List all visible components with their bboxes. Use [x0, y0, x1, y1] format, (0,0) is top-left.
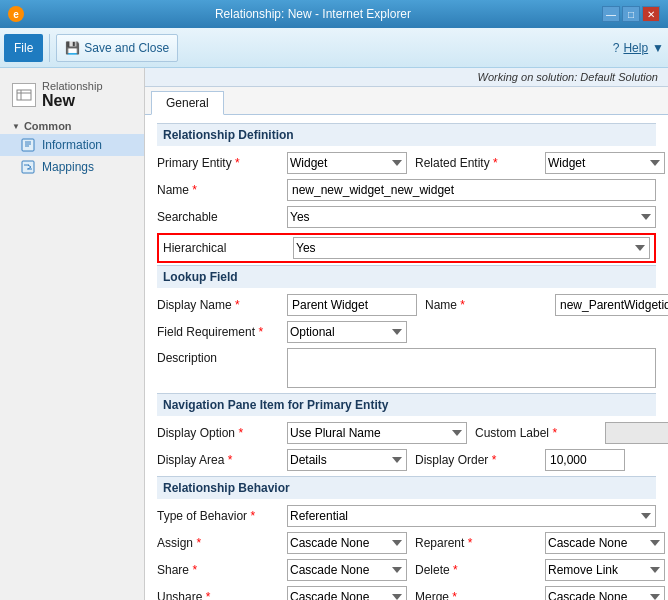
- save-close-label: Save and Close: [84, 41, 169, 55]
- assign-col: Assign * Cascade None: [157, 532, 407, 554]
- name-label: Name *: [157, 183, 287, 197]
- main-container: Relationship New ▼ Common Information: [0, 68, 668, 600]
- share-label: Share *: [157, 563, 287, 577]
- section-lookup-field: Lookup Field: [157, 265, 656, 288]
- solution-text: Working on solution: Default Solution: [478, 71, 658, 83]
- custom-label-input[interactable]: [605, 422, 668, 444]
- assign-select[interactable]: Cascade None: [287, 532, 407, 554]
- description-control: [287, 348, 656, 388]
- display-order-input[interactable]: [545, 449, 625, 471]
- unshare-label: Unshare *: [157, 590, 287, 600]
- display-option-control: Use Plural Name: [287, 422, 467, 444]
- file-button[interactable]: File: [4, 34, 43, 62]
- mappings-icon: [20, 159, 36, 175]
- svg-rect-3: [22, 139, 34, 151]
- name-row: Name *: [157, 179, 656, 201]
- entity-row: Primary Entity * Widget Related Entity *: [157, 152, 656, 174]
- searchable-label: Searchable: [157, 210, 287, 224]
- display-order-label: Display Order *: [415, 453, 545, 467]
- merge-label: Merge *: [415, 590, 545, 600]
- name-input[interactable]: [287, 179, 656, 201]
- delete-select[interactable]: Remove Link: [545, 559, 665, 581]
- related-entity-select[interactable]: Widget: [545, 152, 665, 174]
- display-name-label: Display Name *: [157, 298, 287, 312]
- merge-select[interactable]: Cascade None: [545, 586, 665, 600]
- reparent-col: Reparent * Cascade None: [407, 532, 665, 554]
- tab-general[interactable]: General: [151, 91, 224, 115]
- display-option-col: Display Option * Use Plural Name: [157, 422, 467, 444]
- section-nav-pane: Navigation Pane Item for Primary Entity: [157, 393, 656, 416]
- display-option-select[interactable]: Use Plural Name: [287, 422, 467, 444]
- solution-bar: Working on solution: Default Solution: [145, 68, 668, 87]
- sidebar-item-information[interactable]: Information: [0, 134, 144, 156]
- display-area-select[interactable]: Details: [287, 449, 407, 471]
- section-relationship-behavior: Relationship Behavior: [157, 476, 656, 499]
- field-req-row: Field Requirement * Optional: [157, 321, 656, 343]
- delete-control: Remove Link: [545, 559, 665, 581]
- custom-label-label: Custom Label *: [475, 426, 605, 440]
- help-dropdown-icon[interactable]: ▼: [652, 41, 664, 55]
- sidebar-item-label: Information: [42, 138, 102, 152]
- primary-entity-label: Primary Entity *: [157, 156, 287, 170]
- unshare-merge-row: Unshare * Cascade None Merge *: [157, 586, 656, 600]
- form-content: Relationship Definition Primary Entity *…: [145, 115, 668, 600]
- searchable-select[interactable]: Yes: [287, 206, 656, 228]
- assign-control: Cascade None: [287, 532, 407, 554]
- lookup-name-input[interactable]: [555, 294, 668, 316]
- svg-rect-7: [22, 161, 34, 173]
- type-behavior-select[interactable]: Referential: [287, 505, 656, 527]
- unshare-col: Unshare * Cascade None: [157, 586, 407, 600]
- searchable-row: Searchable Yes: [157, 206, 656, 228]
- display-order-control: [545, 449, 656, 471]
- description-row: Description: [157, 348, 656, 388]
- unshare-control: Cascade None: [287, 586, 407, 600]
- toolbar: File 💾 Save and Close ? Help ▼: [0, 28, 668, 68]
- sidebar-item-mappings[interactable]: Mappings: [0, 156, 144, 178]
- help-icon: ?: [613, 41, 620, 55]
- display-name-col: Display Name *: [157, 294, 417, 316]
- lookup-name-label: Name *: [425, 298, 555, 312]
- primary-entity-control: Widget: [287, 152, 407, 174]
- name-control: [287, 179, 656, 201]
- display-area-control: Details: [287, 449, 407, 471]
- nav-area-row: Display Area * Details Display Order *: [157, 449, 656, 471]
- help-label[interactable]: Help: [623, 41, 648, 55]
- field-req-select[interactable]: Optional: [287, 321, 407, 343]
- assign-reparent-row: Assign * Cascade None Reparent *: [157, 532, 656, 554]
- merge-col: Merge * Cascade None: [407, 586, 665, 600]
- entity-icon: [12, 83, 36, 107]
- minimize-button[interactable]: —: [602, 6, 620, 22]
- field-req-label: Field Requirement *: [157, 325, 287, 339]
- hierarchical-select[interactable]: Yes: [293, 237, 650, 259]
- display-order-col: Display Order *: [407, 449, 656, 471]
- section-label: Common: [24, 120, 72, 132]
- display-area-col: Display Area * Details: [157, 449, 407, 471]
- unshare-select[interactable]: Cascade None: [287, 586, 407, 600]
- save-close-button[interactable]: 💾 Save and Close: [56, 34, 178, 62]
- type-behavior-row: Type of Behavior * Referential: [157, 505, 656, 527]
- primary-entity-select[interactable]: Widget: [287, 152, 407, 174]
- share-control: Cascade None: [287, 559, 407, 581]
- lookup-names-row: Display Name * Name *: [157, 294, 656, 316]
- description-textarea[interactable]: [287, 348, 656, 388]
- close-button[interactable]: ✕: [642, 6, 660, 22]
- maximize-button[interactable]: □: [622, 6, 640, 22]
- share-select[interactable]: Cascade None: [287, 559, 407, 581]
- display-option-label: Display Option *: [157, 426, 287, 440]
- collapse-icon[interactable]: ▼: [12, 122, 20, 131]
- nav-option-row: Display Option * Use Plural Name Custom …: [157, 422, 656, 444]
- tabs-bar: General: [145, 87, 668, 115]
- related-entity-control: Widget: [545, 152, 665, 174]
- content-area: Working on solution: Default Solution Ge…: [145, 68, 668, 600]
- delete-label: Delete *: [415, 563, 545, 577]
- display-name-input[interactable]: [287, 294, 417, 316]
- assign-label: Assign *: [157, 536, 287, 550]
- hierarchical-row: Hierarchical Yes: [157, 233, 656, 263]
- hierarchical-label: Hierarchical: [163, 241, 293, 255]
- reparent-select[interactable]: Cascade None: [545, 532, 665, 554]
- reparent-control: Cascade None: [545, 532, 665, 554]
- window-title: Relationship: New - Internet Explorer: [24, 7, 602, 21]
- sidebar-item-label: Mappings: [42, 160, 94, 174]
- searchable-control: Yes: [287, 206, 656, 228]
- related-entity-col: Related Entity * Widget: [407, 152, 665, 174]
